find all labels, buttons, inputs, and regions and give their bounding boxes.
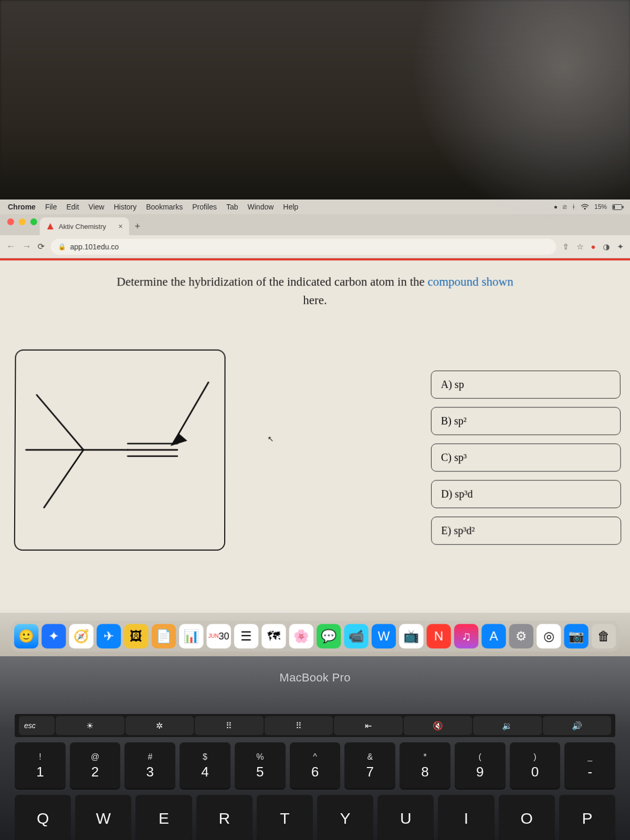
dock-tv-icon[interactable]: 📺 (399, 624, 423, 649)
touchbar-brightness-up[interactable]: ✲ (125, 716, 194, 735)
dock-mail-icon[interactable]: ✈︎ (97, 624, 121, 649)
reload-button[interactable]: ⟳ (38, 242, 45, 251)
key-q[interactable]: Q (15, 795, 71, 840)
answer-b[interactable]: B) sp² (431, 407, 621, 435)
minimize-window-button[interactable] (19, 218, 26, 225)
dock-messages-icon[interactable]: 💬 (317, 624, 341, 649)
dock-stats-icon[interactable]: 📊 (179, 624, 203, 649)
key-8[interactable]: *8 (400, 742, 450, 790)
key-1[interactable]: !1 (15, 742, 66, 790)
key-r[interactable]: R (196, 795, 253, 840)
laptop-model-label: MacBook Pro (0, 656, 630, 685)
dock-finder-icon[interactable]: 🙂 (14, 624, 39, 649)
key-4[interactable]: $4 (180, 742, 230, 790)
key-t[interactable]: T (257, 795, 313, 840)
dock-trash-icon[interactable]: 🗑 (592, 624, 616, 649)
key-3[interactable]: #3 (124, 742, 175, 790)
dock-photos-alt-icon[interactable]: 🖼 (124, 624, 148, 649)
key-o[interactable]: O (499, 795, 555, 840)
status-record-icon[interactable]: ● (554, 203, 558, 211)
tab-close-button[interactable]: × (119, 222, 123, 230)
lock-icon: 🔒 (58, 243, 66, 250)
menu-window[interactable]: Window (243, 203, 279, 211)
key-y[interactable]: Y (317, 795, 373, 840)
macos-menubar: Chrome File Edit View History Bookmarks … (0, 200, 630, 214)
touchbar-mute[interactable]: 🔇 (404, 716, 472, 735)
dock-facetime-icon[interactable]: 📹 (344, 624, 368, 649)
key-p[interactable]: P (559, 795, 615, 840)
back-button[interactable]: ← (6, 241, 15, 252)
status-bluetooth-icon[interactable]: ᚼ (572, 203, 575, 211)
status-screen-icon[interactable]: ⎚ (563, 203, 566, 211)
svg-marker-12 (172, 434, 186, 445)
dock-maps-icon[interactable]: 🗺 (261, 624, 286, 649)
tab-favicon-icon (46, 222, 55, 230)
browser-tabbar: Aktiv Chemistry × + (0, 214, 630, 235)
menu-history[interactable]: History (109, 203, 142, 211)
share-icon[interactable]: ⇧ (562, 242, 569, 251)
svg-line-4 (36, 395, 83, 450)
touchbar-launchpad[interactable]: ⠿ (265, 716, 333, 735)
menu-view[interactable]: View (84, 203, 109, 211)
dock-appstore-icon[interactable]: A (481, 624, 506, 649)
svg-marker-3 (47, 223, 54, 229)
dock-word-icon[interactable]: W (372, 624, 396, 649)
touchbar-volume-down[interactable]: 🔉 (473, 716, 542, 735)
touchbar-volume-up[interactable]: 🔊 (543, 716, 612, 735)
touchbar-brightness-down[interactable]: ☀︎ (56, 716, 124, 735)
key--[interactable]: _- (564, 742, 615, 790)
svg-line-11 (178, 382, 209, 434)
menu-app[interactable]: Chrome (3, 203, 40, 211)
browser-tab-aktiv[interactable]: Aktiv Chemistry × (40, 217, 129, 235)
dock-notes-icon[interactable]: 📄 (152, 624, 176, 649)
key-5[interactable]: %5 (235, 742, 286, 790)
key-6[interactable]: ^6 (290, 742, 341, 790)
address-bar[interactable]: 🔒 app.101edu.co (51, 239, 556, 255)
answer-a[interactable]: A) sp (431, 371, 621, 398)
menu-tab[interactable]: Tab (222, 203, 243, 211)
close-window-button[interactable] (7, 218, 14, 225)
key-7[interactable]: &7 (344, 742, 395, 790)
dock-calendar-icon[interactable]: JUN30 (206, 624, 230, 649)
status-wifi-icon[interactable] (581, 204, 589, 210)
dock-music-icon[interactable]: ♫ (454, 624, 478, 649)
keyboard-number-row: !1@2#3$4%5^6&7*8(9)0_- (15, 742, 615, 790)
menu-file[interactable]: File (40, 203, 62, 211)
dock-chrome-icon[interactable]: ◎ (537, 624, 561, 649)
key-e[interactable]: E (135, 795, 192, 840)
dock-news-icon[interactable]: N (426, 624, 450, 649)
menu-edit[interactable]: Edit (61, 203, 83, 211)
key-i[interactable]: I (438, 795, 494, 840)
key-2[interactable]: @2 (70, 742, 121, 790)
dock-safari-icon[interactable]: 🧭 (69, 624, 94, 649)
star-icon[interactable]: ☆ (576, 242, 583, 251)
dock-zoom-icon[interactable]: 📷 (564, 624, 589, 649)
menu-profiles[interactable]: Profiles (187, 203, 222, 211)
menu-bookmarks[interactable]: Bookmarks (141, 203, 187, 211)
ambient-background (0, 0, 630, 210)
dock-settings-icon[interactable]: ⚙ (509, 624, 533, 649)
answer-e[interactable]: E) sp³d² (431, 517, 621, 545)
key-9[interactable]: (9 (455, 742, 506, 790)
dock-launchpad-icon[interactable]: ✦ (41, 624, 66, 649)
puzzle-icon[interactable]: ✦ (617, 242, 624, 251)
key-w[interactable]: W (75, 795, 131, 840)
touchbar: esc ☀︎ ✲ ⠿ ⠿ ⇤ 🔇 🔉 🔊 (15, 714, 615, 737)
touchbar-esc[interactable]: esc (19, 716, 55, 735)
dock-photos-icon[interactable]: 🌸 (289, 624, 313, 649)
answer-c[interactable]: C) sp³ (431, 444, 621, 471)
new-tab-button[interactable]: + (129, 217, 146, 235)
dock-reminders-icon[interactable]: ☰ (234, 624, 258, 649)
key-0[interactable]: )0 (510, 742, 561, 790)
maximize-window-button[interactable] (30, 218, 37, 225)
extension-icon[interactable]: ◑ (603, 242, 610, 251)
record-ext-icon[interactable]: ● (591, 242, 595, 251)
key-u[interactable]: U (377, 795, 434, 840)
menu-help[interactable]: Help (278, 203, 303, 211)
status-battery[interactable]: 15% (594, 203, 607, 211)
answer-d[interactable]: D) sp³d (431, 480, 621, 508)
forward-button[interactable]: → (22, 241, 32, 252)
touchbar-keyboard-light[interactable]: ⇤ (334, 716, 403, 735)
touchbar-mission-control[interactable]: ⠿ (195, 716, 264, 735)
laptop-body: MacBook Pro esc ☀︎ ✲ ⠿ ⠿ ⇤ 🔇 🔉 🔊 !1@2#3$… (0, 656, 630, 840)
